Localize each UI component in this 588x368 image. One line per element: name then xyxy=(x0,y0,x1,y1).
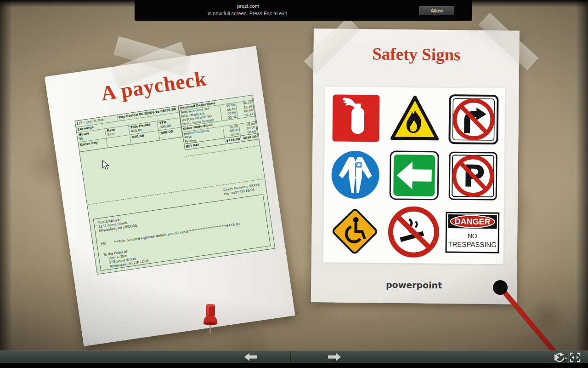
no-text: NO xyxy=(468,232,477,240)
danger-text: DANGER xyxy=(455,217,491,227)
pushpin xyxy=(198,301,223,338)
flammable-warning-sign-icon xyxy=(389,92,441,144)
safety-signs-grid: P xyxy=(323,86,505,264)
autoplay-icon xyxy=(550,352,568,363)
protective-clothing-sign-icon xyxy=(329,149,381,201)
caret-up-icon xyxy=(565,357,567,359)
trespassing-text: TRESPASSING xyxy=(448,240,497,248)
bottom-black-strip xyxy=(0,363,588,368)
paycheck-stub: 123 - John R. Doe Pay Period 06/02/06 to… xyxy=(74,95,275,275)
no-parking-sign-icon: P xyxy=(447,150,499,202)
no-smoking-sign-icon xyxy=(388,206,440,258)
previous-step-button[interactable] xyxy=(243,352,258,362)
notification-site: prezi.com xyxy=(175,3,322,9)
paycheck-card[interactable]: A paycheck 123 - John R. Doe Pay Period … xyxy=(45,46,295,346)
notification-message: is now full screen. Press Esc to exit. xyxy=(175,11,322,16)
fire-extinguisher-sign-icon xyxy=(330,92,382,144)
fullscreen-icon xyxy=(570,352,581,362)
check-body: Your Employer 1234 Some Street Milwaukee… xyxy=(93,194,271,271)
powerpoint-caption: powerpoint xyxy=(311,279,517,291)
arrow-right-icon xyxy=(327,352,342,362)
toolbar-divider xyxy=(568,351,568,363)
danger-no-trespassing-sign-icon: DANGER NO TRESPASSING xyxy=(445,212,500,253)
allow-button[interactable]: Allow xyxy=(419,6,454,15)
next-step-button[interactable] xyxy=(327,352,342,362)
prezi-toolbar xyxy=(0,351,588,363)
safety-signs-card[interactable]: Safety Signs xyxy=(311,29,520,305)
mouse-cursor xyxy=(102,160,110,173)
handicap-crossing-sign-icon xyxy=(328,205,382,259)
earnings-table: 123 - John R. Doe Pay Period 06/02/06 to… xyxy=(75,106,183,152)
deductions-table: Required Deductions Federal Income Tax00… xyxy=(178,95,258,150)
safety-signs-title: Safety Signs xyxy=(313,43,519,65)
exit-left-arrow-sign-icon xyxy=(388,150,440,201)
no-right-turn-sign-icon xyxy=(447,93,499,145)
pay-label: PAY xyxy=(101,241,113,247)
toolbar-divider xyxy=(290,351,291,363)
fullscreen-notification: prezi.com is now full screen. Press Esc … xyxy=(135,0,472,21)
arrow-left-icon xyxy=(243,352,258,362)
